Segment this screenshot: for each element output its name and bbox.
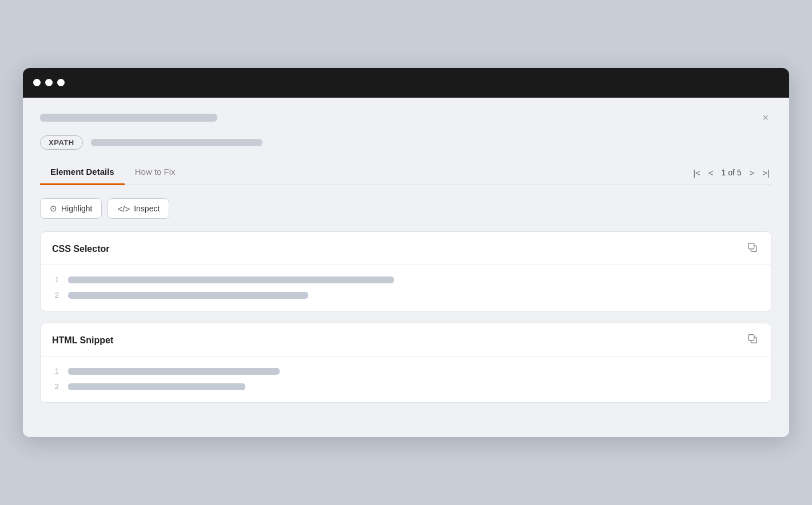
- inspect-icon: </>: [117, 204, 130, 214]
- css-selector-card: CSS Selector 1 2: [40, 231, 772, 311]
- html-code-line-1: 1: [52, 367, 760, 375]
- inspect-button[interactable]: </> Inspect: [108, 198, 169, 219]
- xpath-row: XPATH: [40, 135, 772, 150]
- traffic-dot-1: [33, 79, 41, 86]
- copy-icon-2: [747, 334, 758, 344]
- traffic-dot-2: [45, 79, 53, 86]
- xpath-badge: XPATH: [40, 135, 83, 150]
- action-buttons: ⊙ Highlight </> Inspect: [40, 198, 772, 219]
- css-selector-title: CSS Selector: [52, 244, 109, 254]
- html-snippet-header: HTML Snippet: [41, 323, 771, 356]
- html-line-content-2: [68, 383, 245, 390]
- html-line-number-1: 1: [52, 367, 59, 375]
- css-selector-body: 1 2: [41, 265, 771, 311]
- highlight-icon: ⊙: [50, 203, 57, 214]
- app-window: × XPATH Element Details How to Fix |< < …: [23, 68, 789, 438]
- pagination-last-button[interactable]: >|: [760, 167, 772, 178]
- inspect-label: Inspect: [134, 204, 160, 213]
- css-selector-header: CSS Selector: [41, 232, 771, 265]
- html-snippet-copy-button[interactable]: [745, 332, 760, 348]
- pagination-count: 1 of 5: [722, 168, 742, 177]
- xpath-value-placeholder: [91, 139, 262, 146]
- pagination: |< < 1 of 5 > >|: [691, 167, 772, 178]
- titlebar: [23, 68, 789, 98]
- tabs-row: Element Details How to Fix |< < 1 of 5 >…: [40, 161, 772, 185]
- line-number-2: 2: [52, 291, 59, 299]
- html-line-number-2: 2: [52, 382, 59, 391]
- tab-how-to-fix[interactable]: How to Fix: [125, 161, 186, 185]
- html-code-line-2: 2: [52, 382, 760, 391]
- highlight-button[interactable]: ⊙ Highlight: [40, 198, 102, 219]
- html-line-content-1: [68, 368, 280, 375]
- pagination-first-button[interactable]: |<: [691, 167, 703, 178]
- html-snippet-title: HTML Snippet: [52, 335, 113, 346]
- code-line-2: 2: [52, 291, 760, 299]
- code-line-1: 1: [52, 275, 760, 284]
- line-content-1: [68, 276, 394, 283]
- css-selector-copy-button[interactable]: [745, 241, 760, 256]
- line-content-2: [68, 292, 308, 299]
- address-bar: ×: [40, 111, 772, 124]
- line-number-1: 1: [52, 275, 59, 284]
- pagination-prev-button[interactable]: <: [706, 167, 716, 178]
- address-placeholder: [40, 114, 217, 122]
- pagination-next-button[interactable]: >: [747, 167, 757, 178]
- close-button[interactable]: ×: [759, 111, 772, 124]
- html-snippet-card: HTML Snippet 1 2: [40, 323, 772, 403]
- html-snippet-body: 1 2: [41, 356, 771, 402]
- highlight-label: Highlight: [61, 204, 92, 213]
- svg-rect-1: [749, 243, 754, 249]
- tabs-left: Element Details How to Fix: [40, 161, 186, 185]
- window-body: × XPATH Element Details How to Fix |< < …: [23, 98, 789, 438]
- tab-element-details[interactable]: Element Details: [40, 161, 125, 185]
- copy-icon: [747, 242, 758, 252]
- svg-rect-3: [749, 335, 754, 340]
- traffic-dot-3: [57, 79, 65, 86]
